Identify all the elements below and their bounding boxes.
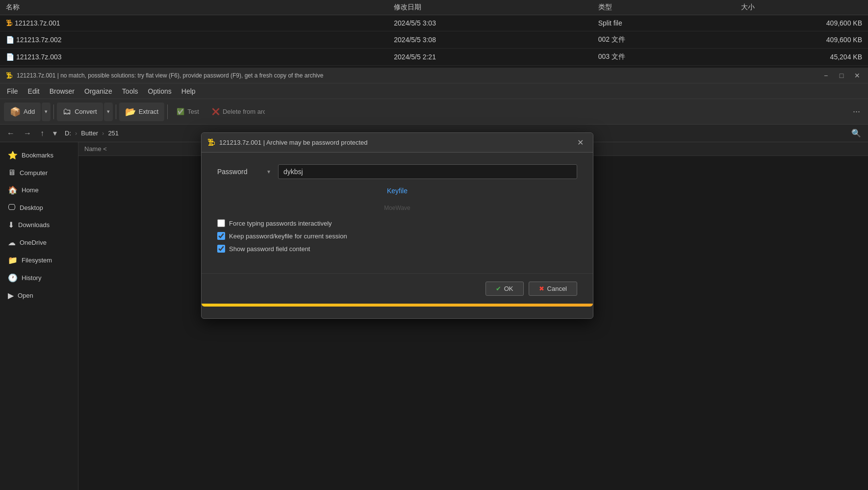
toolbar-sep-1 — [53, 104, 54, 119]
app-icon: 🗜 — [6, 72, 13, 79]
menu-item-file[interactable]: File — [2, 85, 23, 97]
sidebar-icon: 🏠 — [8, 185, 18, 195]
extract-label: Extract — [139, 108, 158, 115]
file-row[interactable]: 📄 121213.7z.002 2024/5/5 3:08 002 文件 409… — [0, 31, 868, 49]
sidebar-item-desktop[interactable]: 🖵 Desktop — [2, 199, 76, 216]
sidebar-icon: ☁ — [8, 238, 16, 247]
sidebar-item-open[interactable]: ▶ Open — [2, 287, 76, 304]
col-header-name: 名称 — [0, 0, 388, 15]
sidebar-item-bookmarks[interactable]: ⭐ Bookmarks — [2, 147, 76, 164]
test-icon: ✅ — [177, 108, 184, 115]
dialog-title-text: 121213.7z.001 | Archive may be password … — [219, 139, 573, 146]
col-header-date: 修改日期 — [388, 0, 592, 15]
sidebar-item-label: Computer — [20, 169, 48, 177]
sidebar-icon: ⬇ — [8, 220, 14, 230]
background-file-table: 名称 修改日期 类型 大小 🗜 121213.7z.001 2024/5/5 3… — [0, 0, 868, 66]
file-name-cell: 📄 121213.7z.003 — [0, 49, 388, 66]
cancel-icon: ✖ — [539, 285, 544, 292]
checkbox-label-cb3: Show password field content — [229, 245, 310, 253]
dialog-close-button[interactable]: ✕ — [573, 136, 587, 150]
keyfile-link[interactable]: Keyfile — [387, 187, 408, 195]
sidebar-item-history[interactable]: 🕐 History — [2, 269, 76, 286]
addr-segment-d[interactable]: D: — [63, 129, 73, 138]
toolbar-sep-3 — [167, 104, 168, 119]
dialog-title-icon: 🗜 — [207, 138, 215, 147]
checkbox-cb3[interactable] — [217, 245, 225, 253]
password-row: Password ▾ — [217, 164, 577, 179]
file-name-cell: 🗜 121213.7z.001 — [0, 15, 388, 31]
add-dropdown-button[interactable]: ▾ — [42, 103, 51, 121]
checkbox-row-1: Keep password/keyfile for current sessio… — [217, 232, 577, 240]
addr-segment-251[interactable]: 251 — [106, 129, 121, 138]
dialog-footer: ✔ OK ✖ Cancel — [202, 273, 593, 304]
file-row[interactable]: 🗜 121213.7z.001 2024/5/5 3:03 Split file… — [0, 15, 868, 31]
file-type-cell: 002 文件 — [592, 31, 736, 49]
col-header-type: 类型 — [592, 0, 736, 15]
sidebar-icon: ▶ — [8, 291, 14, 300]
file-row[interactable]: 📄 121213.7z.003 2024/5/5 2:21 003 文件 45,… — [0, 49, 868, 66]
convert-icon: 🗂 — [63, 106, 72, 117]
forward-button[interactable]: → — [21, 127, 34, 140]
app-title-bar: 🗜 121213.7z.001 | no match, possible sol… — [0, 68, 868, 83]
sidebar-icon: ⭐ — [8, 151, 18, 160]
menu-item-organize[interactable]: Organize — [79, 85, 117, 97]
sidebar-icon: 📁 — [8, 256, 18, 265]
menu-item-edit[interactable]: Edit — [23, 85, 45, 97]
checkbox-label-cb2: Keep password/keyfile for current sessio… — [229, 232, 347, 240]
delete-icon: ❌ — [212, 108, 220, 115]
search-icon[interactable]: 🔍 — [848, 127, 864, 140]
file-size-cell: 409,600 KB — [735, 15, 868, 31]
minimize-button[interactable]: − — [819, 69, 833, 82]
cancel-button[interactable]: ✖ Cancel — [529, 282, 577, 296]
sidebar-item-computer[interactable]: 🖥 Computer — [2, 164, 76, 181]
sidebar-item-downloads[interactable]: ⬇ Downloads — [2, 216, 76, 233]
menu-item-options[interactable]: Options — [143, 85, 177, 97]
menu-item-help[interactable]: Help — [177, 85, 201, 97]
convert-label: Convert — [75, 108, 97, 115]
file-date-cell: 2024/5/5 3:03 — [388, 15, 592, 31]
sidebar-icon: 🖵 — [8, 203, 16, 212]
sidebar-item-onedrive[interactable]: ☁ OneDrive — [2, 234, 76, 251]
convert-button[interactable]: 🗂 Convert — [57, 103, 103, 121]
file-type-cell: Split file — [592, 15, 736, 31]
sidebar: ⭐ Bookmarks 🖥 Computer 🏠 Home 🖵 Desktop … — [0, 142, 78, 490]
sidebar-item-home[interactable]: 🏠 Home — [2, 181, 76, 199]
toolbar-more-icon[interactable]: ··· — [849, 104, 864, 119]
up-button[interactable]: ↑ — [37, 127, 47, 140]
close-button[interactable]: ✕ — [850, 69, 864, 82]
checkbox-cb2[interactable] — [217, 232, 225, 240]
file-date-cell: 2024/5/5 3:08 — [388, 31, 592, 49]
checkbox-cb1[interactable] — [217, 219, 225, 227]
password-label: Password — [217, 168, 261, 176]
add-label: Add — [24, 108, 35, 115]
file-size-cell: 45,204 KB — [735, 49, 868, 66]
add-button[interactable]: 📦 Add — [4, 103, 41, 121]
checkbox-label-cb1: Force typing passwords interactively — [229, 220, 332, 227]
address-path: D: › Butter › 251 — [63, 129, 121, 138]
checkbox-row-2: Show password field content — [217, 245, 577, 253]
convert-dropdown-button[interactable]: ▾ — [104, 103, 113, 121]
dialog-title-bar: 🗜 121213.7z.001 | Archive may be passwor… — [202, 133, 593, 153]
sidebar-item-label: Open — [18, 292, 33, 299]
cancel-label: Cancel — [547, 285, 567, 292]
ok-button[interactable]: ✔ OK — [485, 282, 524, 296]
delete-button[interactable]: ❌ Delete from archive — [206, 103, 265, 121]
menu-item-browser[interactable]: Browser — [45, 85, 79, 97]
menu-item-tools[interactable]: Tools — [117, 85, 143, 97]
extract-button[interactable]: 📂 Extract — [119, 103, 164, 121]
sidebar-icon: 🖥 — [8, 168, 16, 177]
password-dialog: 🗜 121213.7z.001 | Archive may be passwor… — [201, 132, 593, 319]
test-button[interactable]: ✅ Test — [171, 103, 205, 121]
file-name-cell: 📄 121213.7z.002 — [0, 31, 388, 49]
sidebar-item-label: Downloads — [18, 221, 50, 229]
sidebar-item-filesystem[interactable]: 📁 Filesystem — [2, 252, 76, 269]
password-dropdown-arrow[interactable]: ▾ — [267, 168, 270, 175]
path-dropdown-button[interactable]: ▾ — [50, 127, 60, 140]
sidebar-item-label: History — [22, 274, 41, 282]
sidebar-item-label: Bookmarks — [22, 152, 53, 159]
password-input[interactable] — [278, 164, 577, 179]
maximize-button[interactable]: □ — [835, 69, 848, 82]
back-button[interactable]: ← — [4, 127, 18, 140]
addr-segment-butter[interactable]: Butter — [79, 129, 100, 138]
sidebar-item-label: Filesystem — [22, 257, 52, 264]
